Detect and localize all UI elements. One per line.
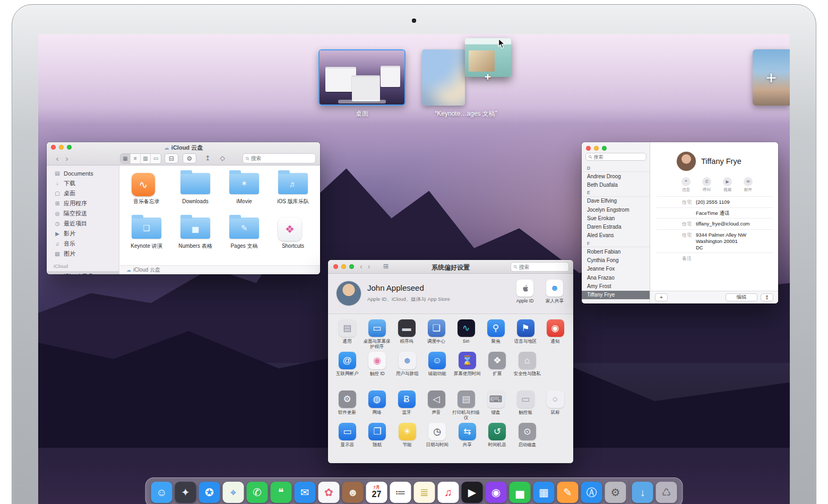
contact-row[interactable]: Ana Frazao bbox=[582, 273, 650, 282]
dock-finder[interactable]: ☺ bbox=[151, 482, 172, 503]
search-input[interactable] bbox=[519, 264, 566, 270]
contact-row[interactable]: Beth Duafala bbox=[582, 180, 650, 189]
pref-touch-id[interactable]: ◉ 触控 ID bbox=[363, 352, 393, 382]
column-view-button[interactable]: ▥ bbox=[141, 154, 151, 163]
pref-startup-disk[interactable]: ⊙ 启动磁盘 bbox=[512, 423, 542, 453]
dock-downloads[interactable]: ↓ bbox=[632, 482, 653, 503]
space-thumbnail-desktop[interactable] bbox=[318, 49, 406, 106]
dock-mail[interactable]: ✉ bbox=[295, 482, 316, 503]
search-input[interactable] bbox=[594, 154, 643, 160]
pref-trackpad[interactable]: ▭ 触控板 bbox=[511, 390, 540, 421]
contact-row[interactable]: Cynthia Fong bbox=[582, 256, 650, 264]
icon-view-button[interactable]: ▦ bbox=[120, 154, 131, 163]
contact-row[interactable]: Dave Elfving bbox=[582, 197, 650, 205]
sidebar-airdrop[interactable]: ◎ 隔空投送 bbox=[47, 208, 119, 219]
dock-appstore[interactable]: Ⓐ bbox=[581, 482, 602, 503]
pref-screen-time[interactable]: ⌛ 屏幕使用时间 bbox=[452, 352, 482, 382]
back-button[interactable]: ‹ bbox=[53, 153, 62, 163]
dock-launchpad[interactable]: ✦ bbox=[175, 482, 196, 503]
dock-podcasts[interactable]: ◉ bbox=[486, 482, 507, 503]
pref-language-region[interactable]: ⚑ 语言与地区 bbox=[511, 319, 540, 350]
folder-keynote[interactable]: ❑ Keynote 讲演 bbox=[122, 214, 171, 249]
field-value[interactable]: FaceTime 通话 bbox=[696, 210, 730, 216]
edit-button[interactable]: 编辑 bbox=[726, 293, 757, 301]
message-button[interactable]: ❝ 信息 bbox=[676, 177, 696, 193]
folder-shortcuts[interactable]: ❖ Shortcuts bbox=[269, 214, 317, 249]
dock-reminders[interactable]: ≔ bbox=[390, 482, 411, 503]
pref-desktop-screensaver[interactable]: ▭ 桌面与屏幕保护程序 bbox=[362, 319, 392, 350]
pref-mission-control[interactable]: ❏ 调度中心 bbox=[421, 319, 451, 350]
pref-spotlight[interactable]: ⚲ 聚焦 bbox=[481, 319, 511, 350]
pref-sidecar[interactable]: ❐ 随航 bbox=[363, 423, 393, 453]
list-view-button[interactable]: ≡ bbox=[131, 154, 141, 163]
sidebar-recents[interactable]: ◷ 最近项目 bbox=[47, 219, 119, 229]
sidebar-documents[interactable]: ▤ Documents bbox=[47, 168, 119, 178]
sidebar-pictures[interactable]: ▧ 图片 bbox=[47, 249, 119, 259]
pref-keyboard[interactable]: ⌨ 键盘 bbox=[481, 390, 511, 421]
pref-sharing[interactable]: ⇆ 共享 bbox=[452, 423, 482, 453]
pref-accessibility[interactable]: ☺ 辅助功能 bbox=[422, 352, 453, 382]
folder-numbers[interactable]: ▅ Numbers 表格 bbox=[171, 214, 220, 249]
action-menu-button[interactable]: ⚙ bbox=[183, 153, 196, 163]
folder-pages[interactable]: ✎ Pages 文稿 bbox=[220, 214, 269, 249]
family-sharing-pane[interactable]: ☻ 家人共享 bbox=[542, 280, 567, 305]
tags-button[interactable]: ◇ bbox=[217, 153, 228, 163]
forward-button[interactable]: › bbox=[63, 153, 71, 163]
dock-maps[interactable]: ⌖ bbox=[223, 482, 244, 503]
dock-trash[interactable]: ♺ bbox=[656, 482, 677, 503]
field-value[interactable]: 9344 Palmer Alley NW Washington 20001 DC bbox=[696, 232, 746, 251]
dock-keynote[interactable]: ▦ bbox=[533, 482, 555, 503]
contacts-search-field[interactable]: ⚲ bbox=[585, 153, 646, 161]
pref-security-privacy[interactable]: ⌂ 安全性与隐私 bbox=[512, 352, 542, 382]
share-contact-button[interactable]: ↥ bbox=[761, 293, 773, 301]
contact-row[interactable]: Jeanne Fox bbox=[582, 265, 650, 273]
sysprefs-titlebar[interactable]: ‹› ⊞ 系统偏好设置 ⚲ bbox=[328, 260, 573, 274]
finder-titlebar[interactable]: ☁iCloud 云盘 ‹ › ▦ ≡ ▥ ▭ ⊟ ⚙ ↥ bbox=[47, 142, 320, 166]
dock-music[interactable]: ♫ bbox=[438, 482, 459, 503]
contact-row[interactable]: Andrew Droog bbox=[582, 172, 650, 180]
gallery-view-button[interactable]: ▭ bbox=[151, 154, 161, 163]
contact-row[interactable]: Amy Frost bbox=[582, 282, 650, 290]
finder-search-field[interactable]: ⚲ bbox=[243, 153, 316, 163]
pref-internet-accounts[interactable]: @ 互联网帐户 bbox=[332, 352, 363, 382]
dock-pages[interactable]: ✎ bbox=[557, 482, 579, 503]
mail-button[interactable]: ✉ 邮件 bbox=[738, 177, 758, 193]
search-input[interactable] bbox=[251, 155, 313, 161]
zoom-button[interactable] bbox=[602, 146, 607, 151]
folder-downloads[interactable]: Downloads bbox=[171, 170, 220, 205]
pref-time-machine[interactable]: ↺ 时间机器 bbox=[482, 423, 513, 453]
dock-numbers[interactable]: ▅ bbox=[510, 482, 531, 503]
dock-notes[interactable]: ≣ bbox=[414, 482, 435, 503]
dock-facetime[interactable]: ✆ bbox=[247, 482, 268, 503]
minimize-button[interactable] bbox=[594, 146, 599, 151]
sidebar-downloads[interactable]: ↓ 下载 bbox=[47, 178, 119, 188]
add-contact-button[interactable]: + bbox=[655, 293, 668, 301]
pref-sound[interactable]: ◁ 声音 bbox=[421, 390, 451, 421]
add-space-button[interactable]: + bbox=[753, 49, 790, 106]
dock-tv[interactable]: ▶ bbox=[462, 482, 483, 503]
pref-printers-scanners[interactable]: ▤ 打印机与扫描仪 bbox=[451, 390, 481, 421]
sidebar-icloud-drive[interactable]: ☁ iCloud 云盘 bbox=[47, 271, 119, 274]
folder-ios-garageband[interactable]: ♬ iOS 版库乐队 bbox=[269, 170, 317, 205]
pref-users-groups[interactable]: ☻ 用户与群组 bbox=[392, 352, 422, 382]
sidebar-movies[interactable]: ▶ 影片 bbox=[47, 229, 119, 239]
contact-row[interactable]: Robert Fabian bbox=[582, 247, 650, 256]
dock-system-preferences[interactable]: ⚙ bbox=[605, 482, 626, 503]
close-button[interactable] bbox=[586, 146, 591, 151]
pref-date-time[interactable]: ◷ 日期与时间 bbox=[422, 423, 453, 453]
dock-calendar[interactable]: 7月 27 bbox=[366, 482, 387, 503]
apple-id-pane[interactable]: Apple ID bbox=[513, 280, 537, 303]
contact-row[interactable]: Daren Estrada bbox=[582, 222, 650, 231]
sidebar-music[interactable]: ♫ 音乐 bbox=[47, 239, 119, 249]
video-button[interactable]: ▶ 视频 bbox=[717, 177, 738, 193]
group-by-button[interactable]: ⊟ bbox=[165, 153, 178, 163]
pref-energy-saver[interactable]: ☀ 节能 bbox=[392, 423, 422, 453]
share-button[interactable]: ↥ bbox=[202, 153, 213, 163]
folder-imovie[interactable]: ✶ iMovie bbox=[220, 170, 269, 205]
pref-software-update[interactable]: ⚙ 软件更新 bbox=[332, 390, 362, 421]
pref-notifications[interactable]: ◉ 通知 bbox=[540, 319, 570, 350]
pref-extensions[interactable]: ❖ 扩展 bbox=[482, 352, 513, 382]
pref-dock[interactable]: ▬ 程序坞 bbox=[392, 319, 421, 350]
sidebar-applications[interactable]: ⊞ 应用程序 bbox=[47, 198, 119, 208]
field-value[interactable]: (20) 2555 1109 bbox=[696, 199, 730, 206]
